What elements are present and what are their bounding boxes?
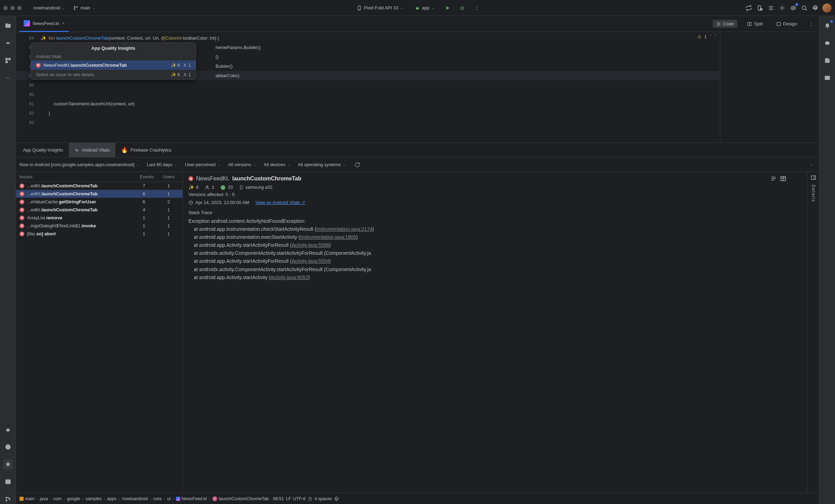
project-selector[interactable]: nowinandroid ⌄ — [31, 4, 68, 12]
svg-rect-38 — [777, 22, 780, 25]
settings-icon[interactable] — [811, 4, 820, 12]
run-button[interactable] — [443, 4, 452, 12]
issue-row[interactable]: ✕...edKt.launchCustomChromeTab71 — [16, 182, 183, 190]
commit-tool-icon[interactable] — [3, 38, 13, 48]
problems-tool-icon[interactable] — [3, 442, 13, 452]
file-encoding[interactable]: UTF-8 — [293, 496, 305, 501]
time-filter[interactable]: Last 60 days⌄ — [147, 162, 177, 167]
breadcrumb-item[interactable]: core — [153, 496, 162, 501]
status-extra-icon[interactable] — [334, 496, 339, 501]
error-icon: ✕ — [19, 223, 24, 228]
app-quality-insights-tool-icon[interactable] — [3, 460, 13, 469]
popup-hint-row[interactable]: Select an issue to see details ✨6 1 — [31, 70, 196, 79]
perception-filter[interactable]: User-perceived⌄ — [185, 162, 220, 167]
breadcrumb-item[interactable]: apps — [107, 496, 116, 501]
breadcrumb-item[interactable]: NewsFeed.kt — [176, 496, 207, 501]
sync-icon[interactable] — [745, 4, 753, 12]
user-avatar[interactable] — [822, 3, 832, 13]
close-tab-icon[interactable]: × — [62, 21, 65, 26]
zoom-window-icon[interactable] — [17, 6, 22, 10]
branch-selector[interactable]: main ⌄ — [71, 4, 98, 12]
issue-row[interactable]: ✕...ingsDialogKt$TextLink$1.invoke11 — [16, 222, 183, 230]
app-filter[interactable]: Now in Android [com.google.samples.apps.… — [19, 162, 139, 167]
device-explorer-icon[interactable] — [822, 73, 832, 83]
devices-filter[interactable]: All devices⌄ — [264, 162, 290, 167]
close-window-icon[interactable] — [3, 6, 8, 10]
editor-options-icon[interactable]: ⋮ — [807, 21, 816, 26]
device-selector[interactable]: Pixel Fold API 33 ⌄ — [354, 4, 406, 12]
issue-row[interactable]: ✕ArrayList.remove11 — [16, 214, 183, 222]
trace-link[interactable]: Activity.java:5596 — [292, 242, 329, 248]
line-separator[interactable]: LF — [286, 496, 291, 501]
chevron-down-icon: ⌄ — [343, 163, 346, 166]
breadcrumb-item[interactable]: java — [40, 496, 48, 501]
search-icon[interactable] — [800, 4, 809, 12]
breadcrumb-item[interactable]: nowinandroid — [122, 496, 148, 501]
tab-android-vitals[interactable]: Android Vitals — [69, 143, 115, 157]
run-config-selector[interactable]: app ⌄ — [412, 4, 437, 12]
minimize-window-icon[interactable] — [10, 6, 15, 10]
scroll-filters-icon[interactable]: › — [811, 162, 816, 167]
breadcrumb-item[interactable]: ui — [167, 496, 171, 501]
indent-settings[interactable]: 4 spaces — [315, 496, 332, 501]
readonly-toggle-icon[interactable] — [308, 496, 313, 501]
breadcrumb-item[interactable]: google — [67, 496, 80, 501]
running-devices-icon[interactable] — [822, 56, 832, 65]
os-filter[interactable]: All operating systems⌄ — [298, 162, 346, 167]
more-tools-icon[interactable]: ⋯ — [3, 73, 13, 83]
ai-assistant-icon[interactable] — [789, 4, 797, 12]
debug-button[interactable] — [458, 4, 466, 12]
prev-highlight-icon[interactable]: ˄ — [710, 34, 712, 39]
project-tool-icon[interactable] — [3, 21, 13, 31]
issues-column-header[interactable]: Issues — [19, 174, 135, 179]
table-view-icon[interactable] — [780, 176, 786, 182]
cursor-position[interactable]: 88:51 — [273, 496, 284, 501]
gradle-tool-icon[interactable] — [822, 38, 832, 48]
details-panel-icon[interactable] — [811, 175, 816, 180]
users-column-header[interactable]: Users — [158, 174, 179, 179]
trace-link[interactable]: Instrumentation.java:2174 — [316, 226, 372, 232]
inspections-widget[interactable]: ⚠ 1 ˄ ˅ — [697, 34, 716, 39]
version-control-tool-icon[interactable] — [3, 494, 13, 504]
tab-firebase-crashlytics[interactable]: 🔥 Firebase Crashlytics — [115, 143, 177, 157]
versions-filter[interactable]: All versions⌄ — [228, 162, 256, 167]
trace-link[interactable]: Instrumentation.java:1805 — [300, 234, 356, 240]
trace-link[interactable]: Activity.java:6052 — [270, 275, 308, 280]
device-manager-icon[interactable] — [756, 4, 764, 12]
chevron-down-icon: ⌄ — [136, 163, 139, 166]
tab-app-quality-insights[interactable]: App Quality Insights — [17, 143, 69, 157]
refresh-icon[interactable] — [355, 162, 360, 168]
events-column-header[interactable]: Events — [135, 174, 158, 179]
next-highlight-icon[interactable]: ˅ — [714, 34, 716, 39]
svg-point-15 — [781, 7, 783, 9]
trace-link[interactable]: Activity.java:5554 — [292, 258, 329, 264]
ide-updates-icon[interactable] — [778, 4, 786, 12]
design-view-mode[interactable]: Design — [773, 20, 801, 28]
view-on-vitals-link[interactable]: View on Android Vitals ↗ — [256, 200, 306, 205]
window-controls[interactable] — [3, 6, 22, 10]
more-actions-icon[interactable]: ⋮ — [472, 4, 481, 12]
editor-tab[interactable]: NewsFeed.kt × — [19, 16, 69, 32]
resource-manager-icon[interactable] — [3, 56, 13, 65]
svg-point-1 — [74, 9, 75, 10]
toggle-wrap-icon[interactable] — [770, 176, 777, 182]
breadcrumb-item[interactable]: flaunchCustomChromeTab — [212, 496, 269, 501]
app-inspection-icon[interactable] — [767, 4, 775, 12]
issue-row[interactable]: ✕...eValueCache.getStringForUser62 — [16, 198, 183, 206]
notifications-icon[interactable] — [822, 21, 832, 31]
terminal-tool-icon[interactable] — [3, 477, 13, 487]
breadcrumb-item[interactable]: main — [19, 496, 34, 501]
popup-issue-row[interactable]: ✕ NewsFeedKt.launchCustomChromeTab ✨6 1 — [31, 60, 196, 70]
android-icon[interactable] — [3, 425, 13, 434]
ai-sparkle-icon[interactable]: ✨ — [38, 35, 49, 41]
split-view-mode[interactable]: Split — [744, 20, 766, 28]
breadcrumb-item[interactable]: com — [53, 496, 62, 501]
warning-icon: ⚠ — [697, 34, 702, 39]
issue-row[interactable]: ✕...edKt.launchCustomChromeTab41 — [16, 206, 183, 214]
issue-row[interactable]: ✕[libc.so] abort11 — [16, 230, 183, 238]
breadcrumb-item[interactable]: samples — [86, 496, 102, 501]
details-side-label[interactable]: Details — [811, 185, 816, 202]
popup-title: App Quality Insights — [31, 43, 196, 53]
issue-row[interactable]: ✕...edKt.launchCustomChromeTab61 — [16, 190, 183, 198]
code-view-mode[interactable]: Code — [713, 20, 737, 28]
